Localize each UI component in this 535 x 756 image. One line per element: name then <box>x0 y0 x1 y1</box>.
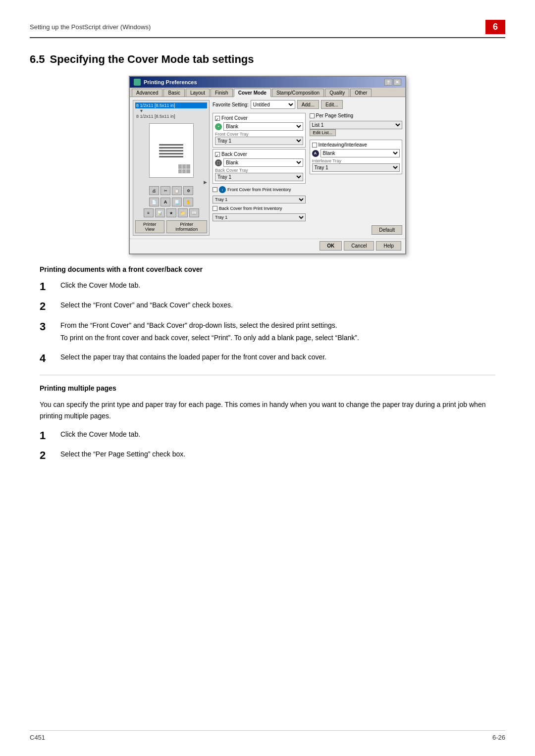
front-cover-label: Front Cover <box>221 115 248 121</box>
multiple-steps: 1 Click the Cover Mode tab. 2 Select the… <box>40 429 495 462</box>
icon-a[interactable]: A <box>160 198 170 206</box>
front-cover-section: Front Cover + Blank Front Cover Tray <box>213 113 306 148</box>
list-select[interactable]: List 1 <box>310 121 403 129</box>
tab-other[interactable]: Other <box>350 89 372 97</box>
chapter-number: 6 <box>485 20 505 34</box>
edit-button[interactable]: Edit... <box>321 100 343 109</box>
back-cover-checkbox[interactable] <box>215 152 220 157</box>
icon-list[interactable]: ≡ <box>144 208 154 217</box>
left-icon-row-3: ≡ 📊 ★ 📁 📖 <box>144 208 199 217</box>
front-cover-title: Front Cover <box>215 115 303 121</box>
section-title: Specifying the Cover Mode tab settings <box>50 53 254 66</box>
front-cover-select-row: + Blank <box>215 122 303 131</box>
icon-star[interactable]: ★ <box>166 208 176 217</box>
grid-cell-3 <box>186 164 190 169</box>
front-inventory-checkbox[interactable] <box>213 187 217 192</box>
cancel-button[interactable]: Cancel <box>344 241 374 251</box>
edit-list-button[interactable]: Edit List... <box>310 129 336 136</box>
icon-printer[interactable]: 🖨 <box>149 186 159 195</box>
section-divider <box>40 375 495 375</box>
header-text: Setting up the PostScript driver (Window… <box>30 23 151 31</box>
front-cover-checkbox[interactable] <box>215 116 220 121</box>
page-preview-box <box>149 123 194 178</box>
step-fb-2-num: 2 <box>40 300 54 313</box>
tab-finish[interactable]: Finish <box>211 89 233 97</box>
add-button[interactable]: Add... <box>297 100 319 109</box>
paper-size-item-1[interactable]: 8 1/2x11 [8.5x11 in] <box>135 102 207 108</box>
cover-columns: Front Cover + Blank Front Cover Tray <box>213 113 402 221</box>
front-back-heading: Printing documents with a front cover/ba… <box>40 265 495 273</box>
default-row: Default <box>213 225 402 235</box>
grid-cell-1 <box>178 164 182 169</box>
step-m-1-text: Click the Cover Mode tab. <box>60 429 495 440</box>
step-fb-3-main: From the “Front Cover” and “Back Cover” … <box>60 320 495 331</box>
back-cover-select-row: □ Blank <box>215 158 303 167</box>
page-footer: C451 6-26 <box>30 730 505 741</box>
front-inventory-tray-select[interactable]: Tray 1 <box>213 196 306 203</box>
per-page-checkbox[interactable] <box>310 113 315 118</box>
favorite-setting-row: Favorite Setting: Untitled Add... Edit..… <box>213 100 402 109</box>
icon-doc[interactable]: 📄 <box>149 198 159 206</box>
favorite-select[interactable]: Untitled <box>251 100 295 109</box>
front-inventory-row: i Front Cover from Print Inventory <box>213 186 306 193</box>
favorite-label: Favorite Setting: <box>213 102 249 107</box>
preview-line-4 <box>159 153 184 154</box>
paper-size-indicator: ▼ <box>135 108 207 113</box>
tab-layout[interactable]: Layout <box>186 89 210 97</box>
icon-hand[interactable]: 🖐 <box>183 198 193 206</box>
interleave-checkbox[interactable] <box>312 143 317 148</box>
front-cover-tray-select[interactable]: Tray 1 <box>215 137 303 145</box>
titlebar-buttons: ? ✕ <box>384 79 401 86</box>
tab-advanced[interactable]: Advanced <box>132 89 162 97</box>
grid-cell-6 <box>186 169 190 174</box>
dialog-container: Printing Preferences ? ✕ Advanced Basic … <box>30 76 505 254</box>
per-page-row: Per Page Setting <box>310 113 403 118</box>
front-back-steps: 1 Click the Cover Mode tab. 2 Select the… <box>40 280 495 365</box>
multiple-pages-heading: Printing multiple pages <box>40 384 495 392</box>
icon-settings[interactable]: ⚙ <box>183 186 193 195</box>
back-cover-tray-select[interactable]: Tray 1 <box>215 173 303 181</box>
close-titlebar-button[interactable]: ✕ <box>393 79 401 86</box>
preview-line-2 <box>159 147 184 149</box>
help-button[interactable]: Help <box>376 241 401 251</box>
header-bar: Setting up the PostScript driver (Window… <box>30 20 505 38</box>
back-inventory-tray-select[interactable]: Tray 1 <box>213 213 306 221</box>
tab-stamp-composition[interactable]: Stamp/Composition <box>272 89 324 97</box>
step-m-1: 1 Click the Cover Mode tab. <box>40 429 495 442</box>
interleave-select[interactable]: Blank <box>321 149 400 157</box>
tab-cover-mode[interactable]: Cover Mode <box>234 89 271 97</box>
icon-chart[interactable]: 📊 <box>155 208 165 217</box>
step-fb-3-text: From the “Front Cover” and “Back Cover” … <box>60 320 495 345</box>
step-fb-1-num: 1 <box>40 280 54 293</box>
interleave-tray-label: Interleave Tray <box>312 158 400 163</box>
ok-button[interactable]: OK <box>320 241 342 251</box>
default-button[interactable]: Default <box>372 225 402 235</box>
preview-line-3 <box>159 150 184 151</box>
help-titlebar-button[interactable]: ? <box>384 79 392 86</box>
icon-copy[interactable]: 📋 <box>172 186 182 195</box>
back-cover-tray-label: Back Cover Tray <box>215 168 303 173</box>
dialog-body: 8 1/2x11 [8.5x11 in] ▼ 8 1/2x11 [8.5x11 … <box>130 97 405 239</box>
step-fb-2: 2 Select the “Front Cover” and “Back Cov… <box>40 300 495 313</box>
icon-folder[interactable]: 📁 <box>178 208 188 217</box>
icon-scissors[interactable]: ✂ <box>160 186 170 195</box>
icon-page[interactable]: 📃 <box>172 198 182 206</box>
step-fb-2-text: Select the “Front Cover” and “Back Cover… <box>60 300 495 310</box>
interleave-tray-select[interactable]: Tray 1 <box>312 163 400 172</box>
titlebar-left: Printing Preferences <box>134 79 197 86</box>
preview-lines-group <box>156 139 187 163</box>
printing-preferences-dialog: Printing Preferences ? ✕ Advanced Basic … <box>129 76 406 254</box>
icon-book[interactable]: 📖 <box>189 208 199 217</box>
paper-size-item-2[interactable]: 8 1/2x11 [8.5x11 in] <box>135 113 207 119</box>
printer-info-button[interactable]: Printer Information <box>166 220 207 233</box>
tab-quality[interactable]: Quality <box>325 89 349 97</box>
printer-view-button[interactable]: Printer View <box>135 220 164 233</box>
back-inventory-checkbox[interactable] <box>213 206 217 211</box>
grid-cell-5 <box>182 169 186 174</box>
front-cover-select[interactable]: Blank <box>223 122 303 131</box>
back-inventory-label: Back Cover from Print Inventory <box>219 206 282 211</box>
paper-size-list: 8 1/2x11 [8.5x11 in] ▼ 8 1/2x11 [8.5x11 … <box>135 102 207 119</box>
step-fb-4: 4 Select the paper tray that contains th… <box>40 352 495 365</box>
tab-basic[interactable]: Basic <box>163 89 184 97</box>
back-cover-select[interactable]: Blank <box>223 158 303 167</box>
